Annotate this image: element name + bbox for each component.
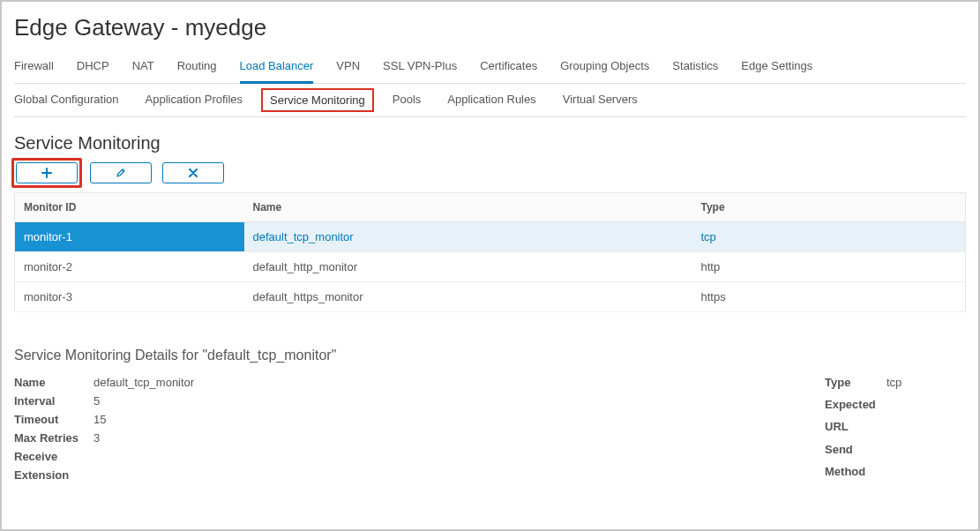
cell-name: default_tcp_monitor bbox=[244, 222, 692, 252]
tab-certificates[interactable]: Certificates bbox=[480, 54, 537, 83]
tab-firewall[interactable]: Firewall bbox=[14, 54, 54, 83]
edge-gateway-window: Edge Gateway - myedge Firewall DHCP NAT … bbox=[0, 0, 980, 531]
plus-icon bbox=[41, 168, 52, 178]
highlight-service-monitoring: Service Monitoring bbox=[261, 88, 374, 112]
label-extension: Extension bbox=[14, 468, 94, 482]
tab-routing[interactable]: Routing bbox=[177, 54, 217, 83]
value-send bbox=[886, 443, 966, 460]
cell-spacer bbox=[939, 282, 966, 312]
col-spacer bbox=[939, 193, 966, 222]
value-retries: 3 bbox=[94, 431, 789, 445]
section-heading: Service Monitoring bbox=[14, 133, 966, 153]
edit-button[interactable] bbox=[90, 162, 152, 183]
table-row[interactable]: monitor-3 default_https_monitor https bbox=[15, 282, 966, 312]
cell-monitor-id: monitor-3 bbox=[15, 282, 244, 312]
tab-statistics[interactable]: Statistics bbox=[672, 54, 718, 83]
value-interval: 5 bbox=[94, 394, 789, 408]
label-expected: Expected bbox=[825, 398, 886, 415]
table-row[interactable]: monitor-2 default_http_monitor http bbox=[15, 252, 966, 282]
value-url bbox=[886, 420, 966, 437]
cell-type: http bbox=[692, 252, 939, 282]
tab-grouping-objects[interactable]: Grouping Objects bbox=[560, 54, 649, 83]
close-icon bbox=[189, 168, 198, 177]
tab-nat[interactable]: NAT bbox=[132, 54, 154, 83]
value-expected bbox=[886, 398, 966, 415]
label-interval: Interval bbox=[14, 394, 94, 408]
value-method bbox=[886, 465, 966, 482]
subtab-application-rules[interactable]: Application Rules bbox=[447, 93, 535, 108]
tab-ssl-vpn-plus[interactable]: SSL VPN-Plus bbox=[383, 54, 457, 83]
cell-spacer bbox=[939, 222, 966, 252]
toolbar bbox=[14, 161, 966, 185]
details-left: Name default_tcp_monitor Interval 5 Time… bbox=[14, 376, 789, 482]
details-panel: Name default_tcp_monitor Interval 5 Time… bbox=[14, 376, 966, 482]
label-timeout: Timeout bbox=[14, 413, 94, 426]
subtab-pools[interactable]: Pools bbox=[393, 93, 422, 108]
highlight-add-button bbox=[11, 158, 82, 188]
cell-type: tcp bbox=[692, 222, 939, 252]
subtab-app-profiles[interactable]: Application Profiles bbox=[146, 93, 243, 108]
label-retries: Max Retries bbox=[14, 431, 94, 445]
monitor-table: Monitor ID Name Type monitor-1 default_t… bbox=[14, 192, 966, 312]
value-type: tcp bbox=[886, 376, 966, 393]
tab-vpn[interactable]: VPN bbox=[336, 54, 360, 83]
cell-spacer bbox=[939, 252, 966, 282]
value-name: default_tcp_monitor bbox=[94, 376, 789, 389]
details-heading: Service Monitoring Details for "default_… bbox=[14, 348, 966, 363]
label-type: Type bbox=[825, 376, 886, 393]
label-receive: Receive bbox=[14, 450, 94, 463]
cell-name: default_https_monitor bbox=[244, 282, 692, 312]
col-name[interactable]: Name bbox=[244, 193, 692, 222]
cell-monitor-id: monitor-1 bbox=[15, 222, 244, 252]
label-send: Send bbox=[825, 443, 886, 460]
table-header-row: Monitor ID Name Type bbox=[15, 193, 966, 222]
cell-name: default_http_monitor bbox=[244, 252, 692, 282]
table-row[interactable]: monitor-1 default_tcp_monitor tcp bbox=[15, 222, 966, 252]
tab-dhcp[interactable]: DHCP bbox=[77, 54, 109, 83]
label-method: Method bbox=[825, 465, 886, 482]
subtab-global-config[interactable]: Global Configuration bbox=[14, 93, 119, 108]
value-receive bbox=[94, 450, 789, 463]
label-name: Name bbox=[14, 376, 94, 389]
subtabs: Global Configuration Application Profile… bbox=[14, 84, 966, 117]
cell-type: https bbox=[692, 282, 939, 312]
details-right: Type tcp Expected URL Send Method bbox=[825, 376, 966, 482]
value-extension bbox=[94, 468, 789, 482]
delete-button[interactable] bbox=[162, 162, 224, 183]
subtab-virtual-servers[interactable]: Virtual Servers bbox=[563, 93, 638, 108]
value-timeout: 15 bbox=[94, 413, 789, 426]
edit-icon bbox=[116, 168, 126, 178]
page-title: Edge Gateway - myedge bbox=[14, 14, 966, 41]
add-button[interactable] bbox=[16, 162, 78, 183]
tab-load-balancer[interactable]: Load Balancer bbox=[240, 54, 314, 84]
subtab-service-monitoring[interactable]: Service Monitoring bbox=[270, 93, 365, 107]
col-monitor-id[interactable]: Monitor ID bbox=[15, 193, 244, 222]
cell-monitor-id: monitor-2 bbox=[15, 252, 244, 282]
tab-edge-settings[interactable]: Edge Settings bbox=[741, 54, 812, 83]
col-type[interactable]: Type bbox=[692, 193, 939, 222]
label-url: URL bbox=[825, 420, 886, 437]
primary-tabs: Firewall DHCP NAT Routing Load Balancer … bbox=[14, 54, 966, 84]
